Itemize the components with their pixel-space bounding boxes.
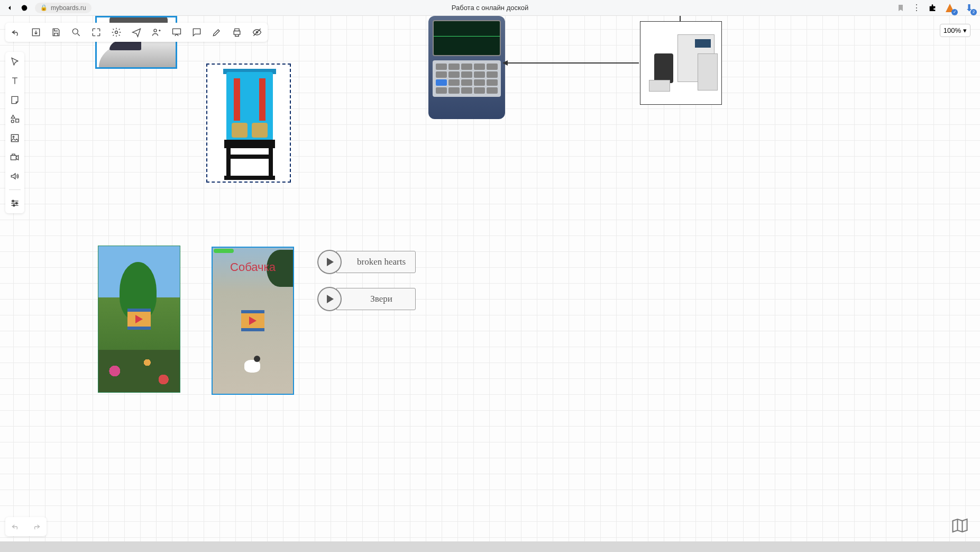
audio-label: Звери [336,288,416,310]
undo-button[interactable] [10,520,22,533]
video-tool-icon[interactable] [8,150,22,164]
board-audio-1[interactable]: broken hearts [317,250,416,274]
extensions-icon[interactable] [928,4,937,12]
board-image-oscilloscope[interactable] [428,16,505,119]
url-text: myboards.ru [51,4,86,12]
video-progress-bar [214,249,234,253]
vlc-check-badge: ✓ [951,9,958,15]
board-image-devices[interactable] [640,21,722,105]
comment-icon[interactable] [190,26,203,39]
connector-arrow[interactable] [507,62,639,64]
download-icon[interactable]: ⬇ 2 [963,2,975,14]
menu-icon[interactable]: ⋮ [912,4,921,12]
visibility-off-icon[interactable] [251,26,263,39]
redo-button[interactable] [30,520,42,533]
play-audio-icon[interactable] [317,287,342,311]
users-icon[interactable] [150,26,163,39]
sliders-tool-icon[interactable] [8,196,22,210]
shapes-tool-icon[interactable] [8,112,22,126]
toolbar-separator [9,189,21,190]
search-icon[interactable] [70,26,83,39]
top-toolbar [5,23,268,42]
audio-tool-icon[interactable] [8,169,22,183]
svg-point-8 [12,200,14,202]
svg-point-6 [13,136,14,138]
svg-point-4 [11,120,14,123]
back-button[interactable] [5,4,14,12]
download-count-badge: 2 [970,9,977,15]
import-icon[interactable] [30,26,42,39]
draw-icon[interactable] [210,26,223,39]
press-placeholder [207,65,290,182]
text-tool-icon[interactable] [8,74,22,88]
svg-point-2 [154,29,157,32]
url-bar[interactable]: 🔒 myboards.ru [35,3,91,13]
minimap-button[interactable] [950,516,969,535]
svg-rect-5 [11,134,18,141]
selection-icon[interactable] [90,26,103,39]
note-tool-icon[interactable] [8,93,22,107]
left-toolbar [5,52,24,213]
svg-rect-7 [11,156,16,160]
board-video-dog[interactable]: Собачка [212,247,294,395]
vlc-icon[interactable]: ✓ [944,2,956,14]
settings-icon[interactable] [110,26,123,39]
board-video-garden[interactable] [98,246,180,393]
history-toolbar [5,517,47,536]
svg-point-9 [16,202,17,204]
board-image-press[interactable] [206,64,291,183]
connector-stub [680,16,681,21]
svg-point-0 [72,29,78,34]
scope-placeholder [428,16,505,119]
send-icon[interactable] [130,26,143,39]
undo-arrow-icon[interactable] [10,26,22,39]
presentation-icon[interactable] [170,26,183,39]
image-tool-icon[interactable] [8,131,22,145]
lock-icon: 🔒 [40,4,48,11]
play-audio-icon[interactable] [317,250,342,274]
status-strip [0,541,980,552]
play-video-icon[interactable] [127,309,151,330]
bookmark-icon[interactable] [896,4,905,12]
svg-point-1 [115,31,118,34]
cursor-tool-icon[interactable] [8,55,22,69]
zoom-control[interactable]: 100% ▾ [940,24,970,37]
play-video-icon[interactable] [241,310,264,331]
save-icon[interactable] [50,26,62,39]
reload-button[interactable] [20,4,29,12]
zoom-value: 100% [944,26,961,34]
video-label: Собачка [213,260,293,274]
svg-point-10 [13,205,15,206]
print-icon[interactable] [231,26,243,39]
audio-label: broken hearts [336,251,416,273]
browser-bar: 🔒 myboards.ru Работа с онлайн доской ⋮ ✓… [0,0,980,16]
tab-title: Работа с онлайн доской [452,4,529,12]
chevron-down-icon: ▾ [963,26,967,34]
board-audio-2[interactable]: Звери [317,287,416,311]
